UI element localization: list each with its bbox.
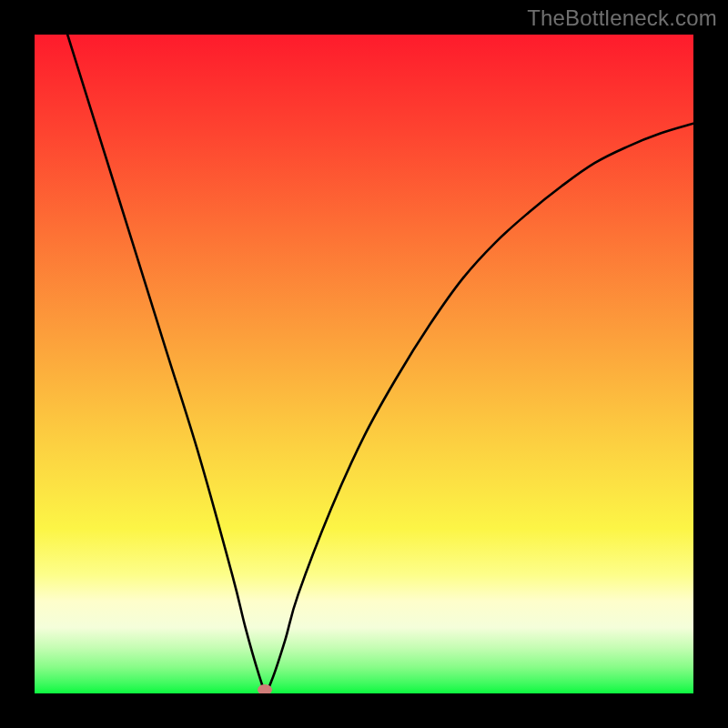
bottleneck-curve [35, 35, 693, 693]
chart-frame [35, 35, 693, 693]
optimal-point-marker [258, 684, 272, 693]
watermark-text: TheBottleneck.com [527, 5, 717, 31]
